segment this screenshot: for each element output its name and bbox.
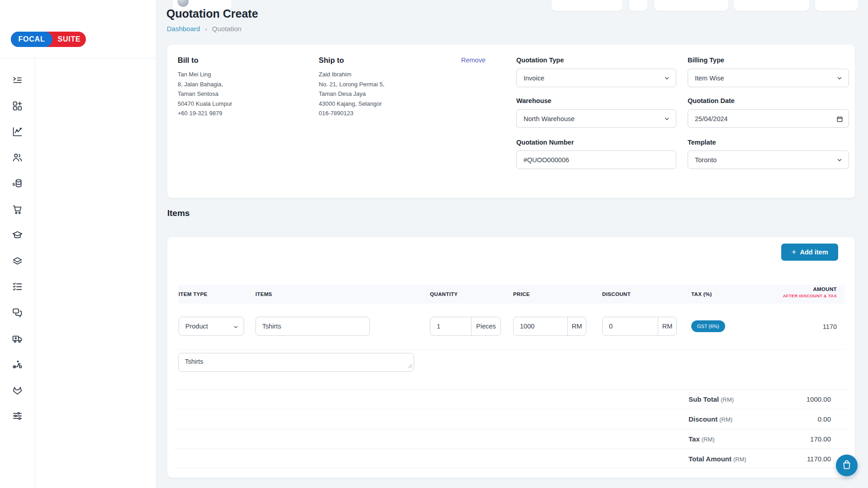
add-item-label: Add item bbox=[800, 249, 828, 256]
ship-to-line: 016-7890123 bbox=[319, 108, 384, 118]
quantity-unit-addon: Pieces bbox=[471, 317, 500, 335]
template-field: Toronto bbox=[688, 150, 849, 169]
col-discount: DISCOUNT bbox=[602, 291, 631, 297]
layers-icon bbox=[12, 260, 23, 268]
warehouse-field: North Warehouse bbox=[516, 109, 676, 128]
item-type-select[interactable]: Product bbox=[179, 317, 244, 335]
brand-logo[interactable]: FOCAL SUITE bbox=[11, 32, 86, 47]
bill-to-line: Tan Mei Ling bbox=[178, 70, 232, 80]
quotation-details-card: Bill to Tan Mei Ling 8, Jalan Bahagia, T… bbox=[167, 45, 855, 198]
header-button-1[interactable] bbox=[552, 0, 623, 11]
cart-fab-button[interactable] bbox=[836, 455, 858, 476]
discount-input[interactable] bbox=[603, 317, 658, 335]
ship-to-line: No. 21, Lorong Permai 5, bbox=[319, 80, 384, 89]
quotation-type-select[interactable]: Invoice bbox=[517, 69, 676, 87]
breadcrumb-current: Quotation bbox=[212, 25, 241, 33]
col-amount-note: AFTER DISCOUNT & TAX bbox=[783, 293, 837, 298]
items-card: + Add item ITEM TYPE ITEMS QUANTITY PRIC… bbox=[167, 237, 855, 478]
breadcrumb-dashboard-link[interactable]: Dashboard bbox=[167, 25, 200, 33]
quotation-number-input[interactable] bbox=[517, 151, 676, 169]
menu-list-icon bbox=[12, 80, 23, 87]
tax-total-row: Tax(RM) 170.00 bbox=[174, 429, 848, 449]
ship-to-address: Zaid Ibrahim No. 21, Lorong Permai 5, Ta… bbox=[319, 70, 384, 118]
sidebar-item-grid-add[interactable] bbox=[12, 100, 23, 112]
tax-badge[interactable]: GST (6%) bbox=[691, 320, 725, 332]
bill-to-heading: Bill to bbox=[178, 56, 198, 65]
item-name-input[interactable] bbox=[256, 317, 369, 335]
discount-currency-addon: RM bbox=[658, 317, 676, 335]
sidebar-item-layers[interactable] bbox=[12, 255, 23, 267]
bill-to-line: 8, Jalan Bahagia, bbox=[178, 80, 232, 89]
shopping-bag-icon bbox=[841, 459, 852, 472]
user-avatar bbox=[177, 0, 189, 7]
sidebar-item-delivery[interactable] bbox=[12, 333, 23, 344]
svg-text:$: $ bbox=[13, 182, 15, 187]
billing-type-field: Item Wise bbox=[688, 69, 849, 87]
brand-logo-red-segment: SUITE bbox=[52, 32, 86, 47]
billing-type-select[interactable]: Item Wise bbox=[688, 69, 849, 87]
billing-type-label: Billing Type bbox=[688, 56, 724, 64]
total-amount-label: Total Amount(RM) bbox=[689, 455, 746, 463]
warehouse-select[interactable]: North Warehouse bbox=[517, 110, 676, 127]
tax-total-value: 170.00 bbox=[810, 435, 831, 443]
items-section-heading: Items bbox=[167, 208, 190, 218]
header-button-3[interactable] bbox=[654, 0, 728, 11]
subtotal-value: 1000.00 bbox=[807, 395, 831, 403]
brand-text-focal: FOCAL bbox=[18, 35, 45, 43]
scooter-courier-icon bbox=[12, 364, 23, 371]
sidebar-item-education[interactable] bbox=[12, 230, 23, 241]
price-group: RM bbox=[513, 317, 586, 336]
sidebar-item-finance[interactable]: $ bbox=[12, 178, 23, 189]
template-select[interactable]: Toronto bbox=[688, 151, 849, 169]
sidebar-item-tasks[interactable] bbox=[12, 281, 23, 292]
task-checklist-icon bbox=[12, 286, 23, 294]
discount-group: RM bbox=[602, 317, 677, 336]
item-description-textarea[interactable]: Tshirts bbox=[178, 353, 414, 372]
brand-logo-blue-segment: FOCAL bbox=[11, 32, 52, 47]
sliders-icon bbox=[12, 415, 23, 423]
ship-to-line: Taman Desa Jaya bbox=[319, 89, 384, 99]
sidebar-item-courier[interactable] bbox=[12, 359, 23, 370]
sidebar-item-analytics[interactable] bbox=[12, 126, 23, 137]
sidebar-item-users[interactable] bbox=[12, 152, 23, 163]
sidebar-item-settings[interactable] bbox=[12, 410, 23, 422]
left-panel: FOCAL SUITE $ bbox=[0, 0, 156, 488]
header-button-5[interactable] bbox=[815, 0, 858, 11]
quotation-number-label: Quotation Number bbox=[516, 139, 574, 146]
chat-bubbles-icon bbox=[12, 312, 23, 319]
discount-total-value: 0.00 bbox=[818, 415, 831, 423]
brand-text-suite: SUITE bbox=[57, 35, 80, 43]
sidebar-item-messages[interactable] bbox=[12, 307, 23, 318]
tax-total-unit: (RM) bbox=[702, 436, 715, 443]
shopping-cart-icon bbox=[12, 209, 23, 216]
template-label: Template bbox=[688, 139, 716, 146]
total-amount-unit: (RM) bbox=[733, 456, 746, 463]
sidebar-item-menu-list[interactable] bbox=[12, 75, 23, 86]
col-price: PRICE bbox=[513, 291, 530, 297]
grid-add-icon bbox=[12, 105, 23, 113]
header-button-2[interactable] bbox=[629, 0, 647, 11]
col-amount: AMOUNT AFTER DISCOUNT & TAX bbox=[783, 286, 837, 298]
total-amount-value: 1170.00 bbox=[807, 455, 831, 463]
remove-party-link[interactable]: Remove bbox=[461, 56, 486, 64]
fox-head-icon bbox=[12, 389, 23, 397]
money-database-icon: $ bbox=[12, 183, 23, 191]
row-separator bbox=[178, 349, 845, 350]
tax-total-label: Tax(RM) bbox=[689, 435, 715, 443]
col-amount-label: AMOUNT bbox=[783, 286, 837, 292]
subtotal-row: Sub Total(RM) 1000.00 bbox=[174, 389, 848, 409]
col-tax: TAX (%) bbox=[691, 291, 712, 297]
quantity-input[interactable] bbox=[430, 317, 471, 335]
delivery-truck-icon bbox=[12, 338, 23, 346]
item-description-wrap: Tshirts bbox=[178, 353, 414, 372]
quotation-date-input[interactable] bbox=[688, 110, 849, 127]
bill-to-line: 50470 Kuala Lumpur bbox=[178, 99, 232, 109]
header-button-4[interactable] bbox=[734, 0, 809, 11]
subtotal-label: Sub Total(RM) bbox=[689, 395, 734, 403]
add-item-button[interactable]: + Add item bbox=[781, 244, 838, 261]
discount-total-unit: (RM) bbox=[719, 416, 732, 423]
price-input[interactable] bbox=[514, 317, 567, 335]
bill-to-line: +60 19-321 9879 bbox=[178, 108, 232, 118]
sidebar-item-cart[interactable] bbox=[12, 204, 23, 215]
sidebar-item-pos[interactable] bbox=[12, 385, 23, 396]
